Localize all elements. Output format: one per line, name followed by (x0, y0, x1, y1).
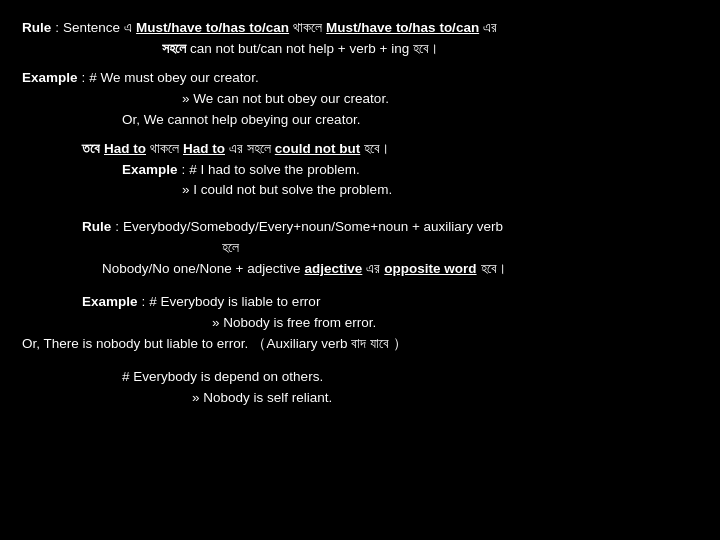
rule2-line2: হলে (22, 238, 698, 259)
tobey-ex-line1: # I had to solve the problem. (189, 160, 359, 181)
rule2-line3: Nobody/No one/None + adjective adjective… (22, 259, 698, 280)
tobey-line3: » I could not but solve the problem. (22, 180, 698, 201)
rule1-e: এ (124, 18, 132, 39)
example1-section: Example : # We must obey our creator. » … (22, 68, 698, 131)
tobey-could: could not but (275, 139, 360, 160)
rule1-line2: সহলে can not but/can not help + verb + i… (22, 39, 698, 60)
example2-line2: » Nobody is free from error. (22, 313, 698, 334)
example1-text2: » We can not but obey our creator. (182, 89, 389, 110)
example3-text2: » Nobody is self reliant. (192, 388, 332, 409)
rule2-hole: হলে (222, 238, 239, 259)
example2-colon: : (142, 292, 146, 313)
example1-header: Example : # We must obey our creator. (22, 68, 698, 89)
tobey-ex-colon: : (182, 160, 186, 181)
tobey-had-to2: Had to (183, 139, 225, 160)
rule2-section: Rule : Everybody/Somebody/Every+noun/Som… (22, 217, 698, 280)
example3-section: # Everybody is depend on others. » Nobod… (22, 367, 698, 409)
rule2-adjective: adjective (305, 259, 363, 280)
rule1-thaakle: থাকলে (293, 18, 322, 39)
example1-line1: # We must obey our creator. (89, 68, 258, 89)
rule2-opp: opposite word (384, 259, 476, 280)
tobey-line1: তবে Had to থাকলে Had to এর সহলে could no… (22, 139, 698, 160)
tobey-ex-label: Example (122, 160, 178, 181)
example3-text1: # Everybody is depend on others. (122, 367, 323, 388)
tobey-line2: Example : # I had to solve the problem. (22, 160, 698, 181)
rule1-must2: Must/have to/has to/can (326, 18, 479, 39)
rule1-sentence: Sentence (63, 18, 120, 39)
example3-line2: » Nobody is self reliant. (22, 388, 698, 409)
tobey-end: হবে। (364, 139, 389, 160)
rule2-label: Rule (82, 217, 111, 238)
tobey-text1: তবে (82, 139, 100, 160)
example2-line1: # Everybody is liable to error (149, 292, 320, 313)
example1-label: Example (22, 68, 78, 89)
example2-paren: （Auxiliary verb বাদ যাবে ） (252, 334, 406, 355)
rule1-er: এর (483, 18, 497, 39)
rule2-hobe: হবে। (481, 259, 506, 280)
rule1-must: Must/have to/has to/can (136, 18, 289, 39)
rule1-line1: Rule : Sentence এ Must/have to/has to/ca… (22, 18, 698, 39)
rule2-colon: : (115, 217, 119, 238)
rule2-er: এর (366, 259, 380, 280)
tobey-ex-line2: » I could not but solve the problem. (182, 180, 392, 201)
example1-colon: : (82, 68, 86, 89)
rule1-label: Rule (22, 18, 51, 39)
example2-label: Example (82, 292, 138, 313)
rule1-hobe: হবে। (413, 39, 438, 60)
rule1-section: Rule : Sentence এ Must/have to/has to/ca… (22, 18, 698, 60)
rule2-text3: Nobody/No one/None + adjective (102, 259, 301, 280)
rule1-colon: : (55, 18, 59, 39)
tobey-section: তবে Had to থাকলে Had to এর সহলে could no… (22, 139, 698, 202)
example1-line2: » We can not but obey our creator. (22, 89, 698, 110)
example2-section: Example : # Everybody is liable to error… (22, 292, 698, 355)
example2-line3: Or, There is nobody but liable to error.… (22, 334, 698, 355)
example1-text3: Or, We cannot help obeying our creator. (122, 110, 360, 131)
rule2-text1: Everybody/Somebody/Every+noun/Some+noun … (123, 217, 503, 238)
rule1-can-not: can not but/can not help + verb + ing (190, 39, 409, 60)
example2-text2: » Nobody is free from error. (212, 313, 376, 334)
example2-text3: Or, There is nobody but liable to error. (22, 334, 248, 355)
rule1-shole: সহলে (162, 39, 186, 60)
tobey-had-to: Had to (104, 139, 146, 160)
tobey-thaakle: থাকলে (150, 139, 179, 160)
example1-line3: Or, We cannot help obeying our creator. (22, 110, 698, 131)
example3-line1: # Everybody is depend on others. (22, 367, 698, 388)
rule2-line1: Rule : Everybody/Somebody/Every+noun/Som… (22, 217, 698, 238)
example2-header: Example : # Everybody is liable to error (22, 292, 698, 313)
tobey-er-shole: এর সহলে (229, 139, 271, 160)
